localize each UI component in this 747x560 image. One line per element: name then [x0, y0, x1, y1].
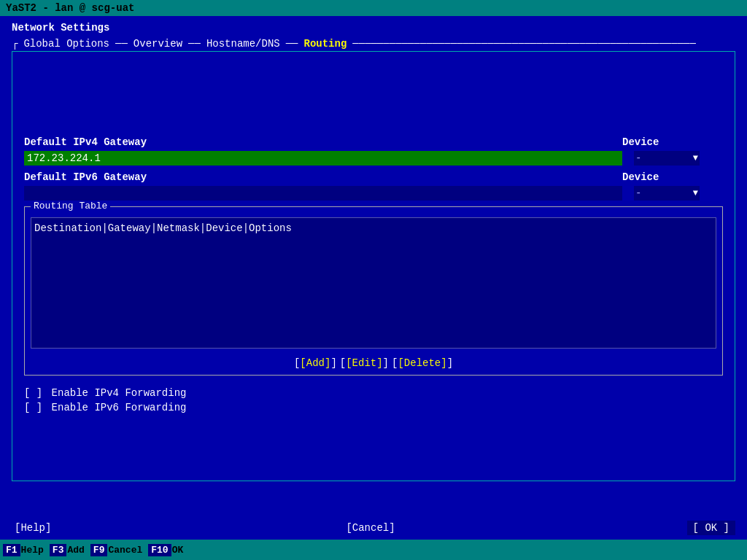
ipv4-device-select[interactable]: -: [634, 151, 700, 166]
action-buttons: [[Add]] [[Edit]] [[Delete]]: [31, 354, 716, 372]
ipv6-input-row: - ▼: [24, 186, 723, 201]
f3-key[interactable]: F3: [50, 544, 67, 556]
ipv6-gateway-label: Default IPv6 Gateway: [24, 171, 622, 183]
ipv6-device-dropdown-wrapper: - ▼: [628, 186, 700, 201]
ipv6-forwarding-row: [ ] Enable IPv6 Forwarding: [24, 402, 723, 413]
ipv4-device-dropdown-wrapper: - ▼: [628, 151, 700, 166]
f3-label: Add: [67, 545, 84, 556]
tab-bar: ┌ Global Options ── Overview ── Hostname…: [12, 36, 735, 51]
routing-table-legend: Routing Table: [31, 201, 110, 211]
fn-bar: F1 Help F3 Add F9 Cancel F10 OK: [0, 540, 747, 560]
ipv6-forwarding-label: Enable IPv6 Forwarding: [52, 402, 187, 413]
f9-label: Cancel: [108, 545, 142, 556]
main-panel: Default IPv4 Gateway Device - ▼ Default …: [12, 51, 735, 481]
tab-global-options[interactable]: Global Options: [18, 36, 115, 51]
tab-routing[interactable]: Routing: [298, 36, 353, 51]
f10-label: OK: [172, 545, 184, 556]
ipv4-device-label: Device: [622, 136, 659, 148]
ipv4-forwarding-label: Enable IPv4 Forwarding: [52, 387, 187, 399]
title-bar: YaST2 - lan @ scg-uat: [0, 0, 747, 16]
ipv6-device-select[interactable]: -: [634, 186, 700, 201]
add-button[interactable]: [[Add]]: [293, 354, 338, 372]
routing-table-header: Destination|Gateway|Netmask|Device|Optio…: [34, 221, 713, 236]
tab-overview[interactable]: Overview: [128, 36, 188, 51]
delete-button[interactable]: [[Delete]]: [390, 354, 454, 372]
forwarding-section: [ ] Enable IPv4 Forwarding [ ] Enable IP…: [24, 387, 723, 413]
help-button[interactable]: [Help]: [12, 521, 54, 535]
page-title: Network Settings: [12, 22, 735, 34]
f10-key[interactable]: F10: [148, 544, 171, 556]
ipv6-device-label: Device: [622, 171, 659, 183]
ipv4-label-row: Default IPv4 Gateway Device: [24, 136, 723, 148]
routing-table-section: Routing Table Destination|Gateway|Netmas…: [24, 206, 723, 376]
ipv6-label-row: Default IPv6 Gateway Device: [24, 171, 723, 183]
ipv6-gateway-input[interactable]: [24, 186, 622, 201]
ipv4-forwarding-checkbox-label[interactable]: [ ] Enable IPv4 Forwarding: [24, 387, 186, 399]
ipv4-forwarding-row: [ ] Enable IPv4 Forwarding: [24, 387, 723, 399]
main-content: Network Settings ┌ Global Options ── Ove…: [0, 16, 747, 487]
ipv4-input-row: - ▼: [24, 151, 723, 166]
ipv4-gateway-input[interactable]: [24, 151, 622, 166]
title-text: YaST2 - lan @ scg-uat: [6, 2, 134, 14]
ipv4-gateway-label: Default IPv4 Gateway: [24, 136, 622, 148]
tab-hostname-dns[interactable]: Hostname/DNS: [201, 36, 286, 51]
ok-button[interactable]: [ OK ]: [687, 521, 735, 535]
edit-button[interactable]: [[Edit]]: [338, 354, 390, 372]
bottom-bar: [Help] [Cancel] [ OK ]: [0, 518, 747, 538]
f1-label: Help: [21, 545, 44, 556]
routing-table-content[interactable]: Destination|Gateway|Netmask|Device|Optio…: [31, 217, 716, 349]
f9-key[interactable]: F9: [90, 544, 108, 556]
ipv6-forwarding-checkbox-label[interactable]: [ ] Enable IPv6 Forwarding: [24, 402, 186, 413]
cancel-button[interactable]: [Cancel]: [343, 521, 398, 535]
gateway-section: Default IPv4 Gateway Device - ▼ Default …: [24, 136, 723, 201]
f1-key[interactable]: F1: [3, 544, 20, 556]
